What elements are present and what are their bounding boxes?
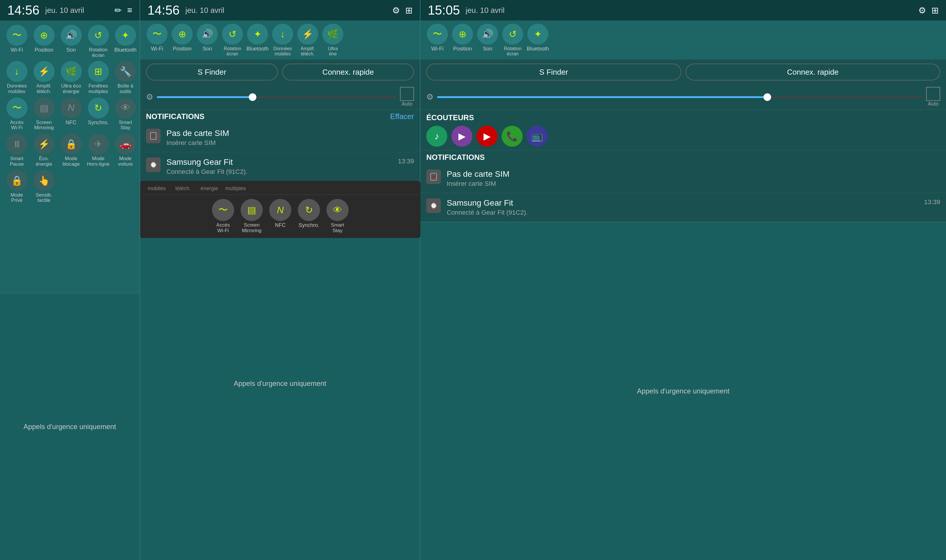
dropdown-tile-nfc[interactable]: N NFC: [268, 199, 293, 233]
col3-connex-rapide-button[interactable]: Connex. rapide: [685, 63, 940, 80]
col3-s-finder-button[interactable]: S Finder: [426, 63, 681, 80]
col2-bluetooth-btn[interactable]: ✦: [247, 24, 268, 45]
ultra-btn[interactable]: 🌿: [61, 61, 82, 82]
col2-rotation-btn[interactable]: ↺: [222, 24, 243, 45]
col3-wifi-btn[interactable]: 〜: [427, 24, 448, 45]
screen-mirroring-btn[interactable]: ▤: [34, 97, 55, 118]
wifi-btn[interactable]: 〜: [6, 25, 28, 46]
sensib-btn[interactable]: 👆: [34, 170, 55, 191]
col2-grid-icon[interactable]: ⊞: [405, 5, 412, 15]
app-youtube-icon[interactable]: ▶: [477, 126, 497, 147]
tile-amplif[interactable]: ⚡ Amplif.téléch.: [32, 61, 56, 94]
col3-position-btn[interactable]: ⊕: [452, 24, 473, 45]
mode-blocage-btn[interactable]: 🔒: [61, 134, 82, 155]
tile-smart-pause[interactable]: ⏸ SmartPause: [5, 134, 29, 167]
pencil-icon[interactable]: ✏: [114, 5, 122, 15]
col2-amplif-btn[interactable]: ⚡: [297, 24, 318, 45]
tile-smart-stay[interactable]: 👁 SmartStay: [113, 97, 138, 131]
col3-bluetooth-btn[interactable]: ✦: [527, 24, 548, 45]
eco-btn[interactable]: ⚡: [34, 134, 55, 155]
smart-pause-btn[interactable]: ⏸: [6, 134, 28, 155]
fenetres-btn[interactable]: ⊞: [88, 61, 109, 82]
col2-position-btn[interactable]: ⊕: [172, 24, 193, 45]
brightness-slider[interactable]: [157, 96, 397, 98]
col2-tile-rotation[interactable]: ↺ Rotationécran: [221, 24, 244, 56]
dropdown-tile-synchro[interactable]: ↻ Synchro.: [296, 199, 321, 233]
col2-tile-wifi[interactable]: 〜 Wi-Fi: [145, 24, 169, 56]
tile-position[interactable]: ⊕ Position: [32, 25, 56, 58]
col2-tile-position[interactable]: ⊕ Position: [171, 24, 194, 56]
col2-son-btn[interactable]: 🔊: [197, 24, 218, 45]
mode-voiture-btn[interactable]: 🚗: [115, 134, 136, 155]
tile-donnees[interactable]: ↓ Donnéesmobiles: [5, 61, 29, 94]
app-video-icon[interactable]: ▶: [451, 126, 472, 147]
boite-btn[interactable]: 🔧: [115, 61, 136, 82]
col3-tile-wifi[interactable]: 〜 Wi-Fi: [426, 24, 449, 56]
brightness-knob[interactable]: [249, 93, 256, 101]
mode-hors-ligne-btn[interactable]: ✈: [88, 134, 109, 155]
col2-donnees-btn[interactable]: ↓: [272, 24, 293, 45]
col3-brightness-knob[interactable]: [764, 93, 771, 101]
acces-btn[interactable]: 〜: [6, 97, 28, 118]
tile-fenetres[interactable]: ⊞ Fenêtresmultiples: [86, 61, 111, 94]
dropdown-screen-btn[interactable]: ▤: [241, 199, 263, 221]
tile-mode-hors-ligne[interactable]: ✈ ModeHors-ligne: [86, 134, 111, 167]
dropdown-nfc-btn[interactable]: N: [269, 199, 292, 221]
col3-rotation-btn[interactable]: ↺: [502, 24, 523, 45]
tile-rotation[interactable]: ↺ Rotationécran: [86, 25, 111, 58]
auto-brightness-box[interactable]: [400, 87, 414, 101]
col2-tile-donnees[interactable]: ↓ Donnéesmobiles: [271, 24, 294, 56]
app-music-icon[interactable]: ♪: [426, 126, 447, 147]
col3-brightness-slider[interactable]: [437, 96, 923, 98]
s-finder-button[interactable]: S Finder: [146, 63, 278, 80]
col2-ultra-btn[interactable]: 🌿: [323, 24, 343, 45]
menu-icon[interactable]: ≡: [127, 5, 132, 15]
donnees-btn[interactable]: ↓: [6, 61, 28, 82]
col3-grid-icon[interactable]: ⊞: [931, 5, 939, 15]
col3-son-btn[interactable]: 🔊: [477, 24, 498, 45]
col2-gear-icon[interactable]: ⚙: [392, 5, 400, 15]
app-phone-icon[interactable]: 📞: [502, 126, 523, 147]
rotation-btn[interactable]: ↺: [88, 25, 109, 46]
dropdown-tile-smart-stay[interactable]: 👁 SmartStay: [325, 199, 350, 233]
col2-tile-amplif[interactable]: ⚡ Amplif.téléch.: [296, 24, 319, 56]
dropdown-tile-acces[interactable]: 〜 AccèsWi-Fi: [210, 199, 236, 233]
tile-ultra[interactable]: 🌿 Ultra écoénergie: [59, 61, 83, 94]
tile-eco[interactable]: ⚡ Éco.énergie: [32, 134, 56, 167]
position-btn[interactable]: ⊕: [34, 25, 55, 46]
tile-mode-voiture[interactable]: 🚗 Modevoiture: [113, 134, 138, 167]
synchro-btn[interactable]: ↻: [88, 97, 109, 118]
tile-sensib[interactable]: 👆 Sensib.tactile: [32, 170, 56, 203]
tile-acces[interactable]: 〜 AccèsWi-Fi: [5, 97, 29, 131]
col3-tile-rotation[interactable]: ↺ Rotationécran: [501, 24, 525, 56]
col2-tile-ultra[interactable]: 🌿 Ultraéne: [321, 24, 344, 56]
dropdown-synchro-btn[interactable]: ↻: [298, 199, 320, 221]
col3-auto-box[interactable]: [926, 87, 940, 101]
col2-effacer-button[interactable]: Effacer: [390, 112, 414, 121]
tile-boite[interactable]: 🔧 Boîte à outils: [113, 61, 138, 94]
dropdown-acces-btn[interactable]: 〜: [212, 199, 234, 221]
smart-stay-btn[interactable]: 👁: [115, 97, 136, 118]
bluetooth-btn[interactable]: ✦: [115, 25, 136, 46]
dropdown-tile-screen[interactable]: ▤ ScreenMirroring: [239, 199, 264, 233]
tile-nfc[interactable]: N NFC: [59, 97, 83, 131]
dropdown-smart-stay-btn[interactable]: 👁: [326, 199, 349, 221]
app-remote-icon[interactable]: 📺: [527, 126, 548, 147]
col3-tile-position[interactable]: ⊕ Position: [451, 24, 474, 56]
col3-tile-son[interactable]: 🔊 Son: [476, 24, 499, 56]
tile-son[interactable]: 🔊 Son: [59, 25, 83, 58]
col2-tile-son[interactable]: 🔊 Son: [196, 24, 219, 56]
mode-prive-btn[interactable]: 🔒: [6, 170, 28, 191]
son-btn[interactable]: 🔊: [61, 25, 82, 46]
amplif-btn[interactable]: ⚡: [34, 61, 55, 82]
tile-mode-prive[interactable]: 🔒 ModePrivé: [5, 170, 29, 203]
col3-gear-icon[interactable]: ⚙: [918, 5, 926, 15]
nfc-btn[interactable]: N: [61, 97, 82, 118]
col3-tile-bluetooth[interactable]: ✦ Bluetooth: [526, 24, 549, 56]
connex-rapide-button[interactable]: Connex. rapide: [282, 63, 414, 80]
tile-bluetooth[interactable]: ✦ Bluetooth: [113, 25, 138, 58]
tile-synchro[interactable]: ↻ Synchro.: [86, 97, 111, 131]
col2-tile-bluetooth[interactable]: ✦ Bluetooth: [246, 24, 269, 56]
tile-screen-mirroring[interactable]: ▤ ScreenMirroring: [32, 97, 56, 131]
col2-wifi-btn[interactable]: 〜: [147, 24, 168, 45]
